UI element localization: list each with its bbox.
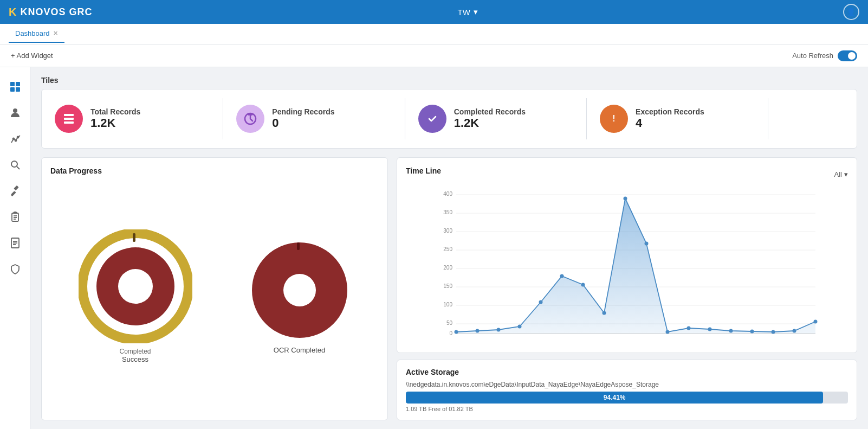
svg-point-8 (11, 161, 17, 167)
app-header: K KNOVOS GRC TW ▾ 👤 (0, 0, 868, 24)
timeline-svg-chart: 400 350 300 250 200 150 100 50 0 (406, 186, 848, 338)
auto-refresh-toggle[interactable] (838, 50, 857, 61)
data-progress-title: Data Progress (50, 167, 379, 175)
completed-records-value: 1.2K (454, 116, 526, 130)
svg-point-58 (518, 325, 522, 329)
svg-point-6 (15, 140, 16, 142)
workspace-arrow-icon: ▾ (474, 7, 478, 17)
workspace-selector[interactable]: TW ▾ (458, 7, 478, 17)
tiles-section-label: Tiles (41, 76, 857, 85)
chart-ocr-completed: OCR Completed (248, 239, 351, 354)
svg-point-69 (750, 330, 754, 334)
sidebar-item-clipboard[interactable] (4, 206, 26, 228)
storage-progress-fill: 94.41% (406, 392, 823, 404)
svg-point-4 (13, 108, 17, 113)
storage-info: 1.09 TB Free of 01.82 TB (406, 406, 848, 412)
svg-point-5 (12, 138, 14, 140)
storage-progress-bar: 94.41% (406, 392, 848, 404)
svg-point-57 (497, 328, 501, 332)
data-progress-panel: Data Progress (41, 157, 388, 420)
tile-exception-records[interactable]: ! Exception Records 4 (587, 98, 768, 139)
active-storage-panel: Active Storage \\nedgedata.in.knovos.com… (397, 360, 857, 420)
chart-ocr-label-bottom: OCR Completed (274, 346, 325, 354)
dashboard-icon (10, 81, 21, 92)
gavel-icon (10, 185, 21, 196)
user-avatar[interactable]: 👤 (843, 4, 859, 20)
timeline-title: Time Line (406, 167, 441, 175)
chart-label-bottom: Success (119, 355, 151, 363)
tab-label: Dashboard (15, 29, 50, 37)
tile-total-records[interactable]: Total Records 1.2K (42, 98, 223, 139)
workspace-label: TW (458, 8, 470, 17)
svg-point-64 (645, 242, 649, 246)
svg-rect-11 (14, 185, 18, 190)
svg-point-7 (17, 137, 18, 138)
exception-records-icon: ! (600, 105, 628, 133)
sidebar-item-chart[interactable] (4, 128, 26, 150)
sidebar-item-gavel[interactable] (4, 180, 26, 202)
timeline-filter-arrow: ▾ (844, 170, 848, 178)
sidebar-item-dashboard[interactable] (4, 76, 26, 98)
sidebar-item-search[interactable] (4, 154, 26, 176)
chart-label-ocr: OCR Completed (274, 346, 325, 354)
svg-point-70 (772, 330, 775, 334)
sidebar-item-shield[interactable] (4, 258, 26, 280)
app-logo: K KNOVOS GRC (9, 6, 92, 18)
clipboard-icon (10, 212, 21, 222)
storage-progress-label: 94.41% (604, 394, 626, 401)
svg-text:2022: 2022 (789, 337, 800, 338)
svg-text:1998: 1998 (472, 337, 483, 338)
sidebar-item-person[interactable] (4, 102, 26, 124)
svg-rect-22 (64, 118, 74, 120)
total-records-icon (55, 105, 83, 133)
logo-k: K (9, 6, 17, 18)
svg-text:2000: 2000 (493, 337, 504, 338)
total-records-value: 1.2K (90, 116, 140, 130)
tab-dashboard[interactable]: Dashboard ✕ (9, 25, 64, 43)
tiles-container: Total Records 1.2K (41, 89, 857, 149)
svg-text:!: ! (612, 114, 615, 123)
svg-rect-1 (16, 82, 20, 86)
total-records-text: Total Records 1.2K (90, 107, 140, 130)
right-panels: Time Line All ▾ 400 350 300 250 200 (397, 157, 857, 420)
svg-point-56 (476, 329, 480, 333)
timeline-header: Time Line All ▾ (406, 167, 848, 182)
auto-refresh-label: Auto Refresh (792, 52, 833, 60)
svg-text:2007: 2007 (641, 337, 652, 338)
svg-text:100: 100 (443, 302, 452, 308)
svg-text:0: 0 (449, 330, 452, 336)
exception-records-text: Exception Records 4 (636, 107, 704, 130)
timeline-filter[interactable]: All ▾ (834, 170, 848, 178)
pending-records-icon (236, 105, 264, 133)
svg-text:400: 400 (443, 191, 452, 197)
tile-completed-records[interactable]: Completed Records 1.2K (405, 98, 587, 139)
svg-rect-33 (133, 233, 135, 242)
svg-text:200: 200 (443, 265, 452, 271)
svg-text:2011: 2011 (704, 337, 715, 338)
search-icon (10, 159, 21, 170)
panels-row: Data Progress (41, 157, 857, 420)
chart-completed-success: Completed Success (79, 229, 192, 363)
svg-point-65 (666, 330, 670, 334)
user-icon: 👤 (846, 8, 856, 16)
add-widget-button[interactable]: + Add Widget (11, 52, 53, 60)
report-icon (10, 238, 21, 248)
svg-rect-36 (297, 242, 300, 250)
timeline-panel: Time Line All ▾ 400 350 300 250 200 (397, 157, 857, 353)
svg-point-61 (581, 283, 585, 287)
completed-records-text: Completed Records 1.2K (454, 107, 526, 130)
tab-close-icon[interactable]: ✕ (53, 30, 58, 37)
svg-rect-23 (64, 121, 74, 124)
total-records-title: Total Records (90, 107, 140, 116)
svg-text:2003: 2003 (556, 337, 567, 338)
svg-text:150: 150 (443, 283, 452, 289)
svg-text:250: 250 (443, 246, 452, 252)
donut-chart-ocr (248, 239, 351, 342)
sidebar-item-report[interactable] (4, 232, 26, 254)
content-area: Tiles Total Records (30, 67, 868, 429)
exception-records-title: Exception Records (636, 107, 704, 116)
pending-records-text: Pending Records 0 (272, 107, 334, 130)
tile-pending-records[interactable]: Pending Records 0 (223, 98, 405, 139)
svg-text:2001: 2001 (514, 337, 525, 338)
chart-label-top: Completed (119, 348, 151, 355)
